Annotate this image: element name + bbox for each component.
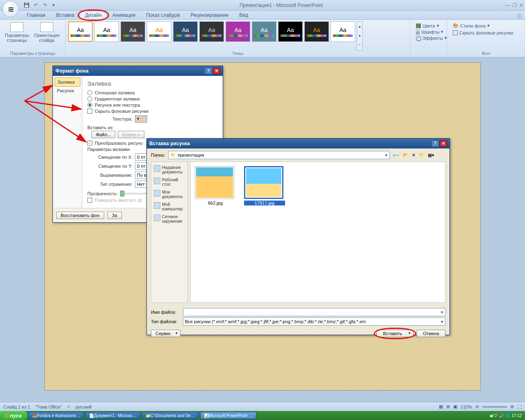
statusbar: Слайд 1 из 1 "Тема Office" ✓ русский ▦ ⊞… [0, 402, 525, 411]
tab-animation[interactable]: Анимация [107, 11, 141, 19]
place-network[interactable]: Сетевое окружение [153, 213, 186, 225]
folder-combo[interactable]: 📁 презентация▾ [168, 151, 390, 159]
file-item[interactable]: 17917.jpg [244, 166, 285, 205]
theme-thumb[interactable]: Aa [252, 21, 276, 42]
svg-line-0 [25, 85, 52, 101]
help-icon[interactable]: ? [431, 140, 439, 147]
file-button[interactable]: Файл... [91, 131, 115, 138]
zoom-out-icon[interactable]: ⊖ [475, 404, 479, 409]
dialog-title: Формат фона [55, 68, 89, 74]
fit-icon[interactable]: ⛶ [517, 404, 522, 409]
view-normal-icon[interactable]: ▦ [439, 404, 443, 409]
place-documents[interactable]: Мои документы [153, 188, 186, 201]
theme-thumb[interactable]: Aa [226, 21, 250, 42]
page-setup-button[interactable]: Параметры страницы [2, 21, 32, 43]
apply-all-button[interactable]: За [107, 212, 122, 219]
titlebar: 💾 ↶ ↷ ▾ Презентация1 - Microsoft PowerPo… [0, 0, 525, 11]
svg-line-1 [25, 101, 81, 109]
zoom-value[interactable]: 110% [461, 404, 472, 409]
texture-picker[interactable]: ▾ [135, 115, 147, 123]
taskbar-item[interactable]: 📊 Microsoft PowerPoint … [200, 412, 256, 419]
undo-icon[interactable]: ↶ [32, 2, 39, 9]
file-list[interactable]: 662.jpg 17917.jpg [190, 162, 445, 303]
back-icon[interactable]: ⟵ [393, 153, 399, 158]
filetype-label: Тип файлов: [151, 319, 180, 324]
start-button[interactable]: 🟢 пуск [0, 411, 27, 420]
delete-icon[interactable]: ✕ [412, 153, 415, 158]
theme-thumb[interactable]: Aa [68, 21, 93, 42]
redo-icon[interactable]: ↷ [41, 2, 48, 9]
qat-more-icon[interactable]: ▾ [50, 2, 57, 9]
theme-thumb[interactable]: Aa [94, 21, 119, 42]
ribbon-tabs: Главная Вставка Дизайн Анимация Показ сл… [0, 11, 525, 20]
dialog-titlebar[interactable]: Формат фона ?✕ [53, 66, 223, 76]
insert-button[interactable]: Вставить [377, 330, 413, 337]
spellcheck-icon[interactable]: ✓ [67, 404, 71, 409]
slide-orientation-button[interactable]: Ориентация слайда [32, 21, 62, 43]
restore-button[interactable]: Восстановить фон [56, 212, 104, 219]
theme-thumb[interactable]: Aa [147, 21, 171, 42]
tab-home[interactable]: Главная [21, 11, 51, 19]
radio-solid[interactable]: Сплошная заливка [87, 90, 218, 95]
taskbar: 🟢 пуск 🦊 Fondos e ilustracione… 📄 Докуме… [0, 411, 525, 420]
filename-input[interactable]: ▾ [183, 308, 445, 316]
checkbox-hide-bg[interactable]: Скрыть фоновые рисунки [87, 109, 218, 114]
language[interactable]: русский [75, 404, 91, 409]
background-styles-button[interactable]: 🎨 Стили фона ▾ [453, 23, 519, 28]
zoom-slider[interactable] [482, 406, 507, 408]
close-icon[interactable]: ✕ [213, 68, 220, 74]
new-folder-icon[interactable]: 📁 [419, 153, 425, 158]
views-icon[interactable]: ▦▾ [428, 153, 434, 158]
tab-review[interactable]: Рецензирование [185, 11, 234, 19]
theme-name: "Тема Office" [35, 404, 62, 409]
fonts-button[interactable]: AШрифты ▾ [416, 29, 441, 34]
service-button[interactable]: Сервис [151, 330, 180, 337]
taskbar-item[interactable]: 📁 C:\Documents and Se… [142, 412, 199, 419]
filename-label: Имя файла: [151, 310, 180, 315]
cancel-button[interactable]: Отмена [417, 330, 445, 337]
tab-design[interactable]: Дизайн [80, 11, 107, 19]
app-title: Презентация1 - Microsoft PowerPoint [57, 2, 505, 8]
zoom-in-icon[interactable]: ⊕ [510, 404, 514, 409]
themes-gallery[interactable]: Aa Aa Aa Aa Aa Aa Aa Aa Aa Aa Aa ▴▾⁼ [68, 21, 407, 50]
maximize-icon[interactable]: ❐ [512, 2, 517, 8]
close-icon[interactable]: ✕ [519, 2, 523, 8]
radio-gradient[interactable]: Градиентная заливка [87, 96, 218, 101]
dialog-titlebar[interactable]: Вставка рисунка ?✕ [147, 139, 450, 148]
hide-background-checkbox[interactable]: Скрыть фоновые рисунки [453, 30, 519, 35]
place-recent[interactable]: Недавние документы [153, 164, 186, 176]
filetype-select[interactable]: Все рисунки (*.emf;*.wmf;*.jpg;*.jpeg;*.… [183, 317, 445, 326]
tab-insert[interactable]: Вставка [51, 11, 80, 19]
tab-slideshow[interactable]: Показ слайдов [141, 11, 185, 19]
theme-thumb[interactable]: Aa [278, 21, 303, 42]
slide-number: Слайд 1 из 1 [3, 404, 30, 409]
system-tray[interactable]: ◀ 🛡 🔊 🌐 17:12 [486, 411, 525, 420]
close-icon[interactable]: ✕ [440, 140, 447, 147]
theme-thumb[interactable]: Aa [199, 21, 224, 42]
theme-thumb[interactable]: Aa [331, 21, 355, 42]
up-icon[interactable]: 📂 [403, 153, 409, 158]
save-icon[interactable]: 💾 [23, 2, 30, 9]
radio-picture[interactable]: Рисунок или текстура [87, 103, 218, 107]
place-computer[interactable]: Мой компьютер [153, 201, 186, 213]
place-desktop[interactable]: Рабочий стол [153, 176, 186, 188]
office-button[interactable]: ⊞ [2, 1, 19, 17]
view-slideshow-icon[interactable]: ▣ [453, 404, 457, 409]
taskbar-item[interactable]: 🦊 Fondos e ilustracione… [28, 412, 84, 419]
themes-more-icon[interactable]: ▴▾⁼ [357, 21, 363, 50]
minimize-icon[interactable]: — [505, 2, 510, 8]
help-icon[interactable]: ? [205, 68, 212, 74]
file-item[interactable]: 662.jpg [195, 166, 236, 205]
theme-thumb[interactable]: Aa [173, 21, 198, 42]
effects-button[interactable]: ◯Эффекты ▾ [416, 35, 441, 41]
help-icon[interactable]: ⓘ [517, 13, 522, 19]
taskbar-item[interactable]: 📄 Документ1 - Microso… [85, 412, 140, 419]
theme-thumb[interactable]: Aa [304, 21, 329, 42]
view-sorter-icon[interactable]: ⊞ [446, 404, 450, 409]
theme-thumb[interactable]: Aa [121, 21, 145, 42]
group-background-label: Фон [450, 50, 522, 56]
fill-heading: Заливка [87, 80, 218, 87]
tab-view[interactable]: Вид [234, 11, 253, 19]
clipboard-button: Буфер о [118, 131, 144, 138]
colors-button[interactable]: Цвета ▾ [416, 23, 441, 28]
